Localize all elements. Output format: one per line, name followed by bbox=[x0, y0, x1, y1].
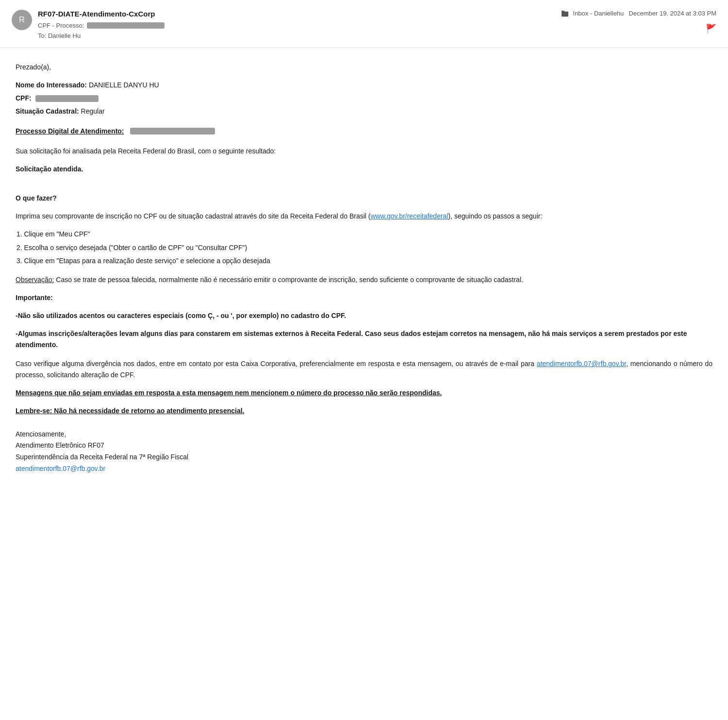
inbox-meta: Inbox - Daniellehu December 19, 2024 at … bbox=[562, 9, 716, 18]
observacao-label: Observação: bbox=[16, 276, 54, 284]
sender-name: RF07-DIATE-Atendimento-CxCorp bbox=[38, 9, 165, 20]
cpf-line: CPF: bbox=[16, 93, 712, 104]
step-2: 2. Escolha o serviço desejada ("Obter o … bbox=[17, 242, 712, 253]
sig-email-link[interactable]: atendimentorfb.07@rfb.gov.br bbox=[16, 465, 105, 472]
observacao-text: Caso se trate de pessoa falecida, normal… bbox=[56, 276, 523, 284]
sig-line-1: Atenciosamente, bbox=[16, 429, 712, 440]
salutation: Prezado(a), bbox=[16, 62, 712, 73]
lembre-text: Lembre-se: Não há necessidade de retorno… bbox=[16, 405, 712, 417]
nome-label: Nome do Interessado: bbox=[16, 81, 87, 89]
sender-info: RF07-DIATE-Atendimento-CxCorp CPF - Proc… bbox=[38, 9, 165, 41]
o-que-fazer-header: O que fazer? bbox=[16, 193, 712, 204]
contact-email-link[interactable]: atendimentorfb.07@rfb.gov.br bbox=[537, 360, 626, 368]
to-line: To: Danielle Hu bbox=[38, 31, 165, 41]
email-header-left: R RF07-DIATE-Atendimento-CxCorp CPF - Pr… bbox=[12, 9, 165, 41]
situacao-label: Situação Cadastral: bbox=[16, 107, 79, 115]
inbox-label: Inbox - Daniellehu bbox=[573, 9, 624, 18]
o-que-fazer-intro: Imprima seu comprovante de inscrição no … bbox=[16, 211, 712, 222]
processo-line: Processo Digital de Atendimento: bbox=[16, 126, 712, 137]
importante-section: Importante: -Não são utilizados acentos … bbox=[16, 292, 712, 351]
folder-icon bbox=[562, 10, 568, 17]
warning-block: Mensagens que não sejam enviadas em resp… bbox=[16, 387, 712, 399]
sig-line-3: Superintendência da Receita Federal na 7… bbox=[16, 452, 712, 463]
info-block: Nome do Interessado: DANIELLE DANYU HU C… bbox=[16, 80, 712, 117]
importante-header: Importante: bbox=[16, 292, 712, 303]
redacted-cpf-header bbox=[87, 22, 165, 29]
date-label: December 19, 2024 at 3:03 PM bbox=[629, 9, 716, 18]
redacted-processo bbox=[130, 128, 215, 134]
recipient-name: Danielle Hu bbox=[48, 32, 81, 39]
email-header-right: Inbox - Daniellehu December 19, 2024 at … bbox=[562, 9, 716, 35]
step-1: 1. Clique em "Meu CPF" bbox=[17, 229, 712, 240]
situacao-value: Regular bbox=[81, 107, 105, 115]
email-body: Prezado(a), Nome do Interessado: DANIELL… bbox=[0, 48, 728, 494]
email-header: R RF07-DIATE-Atendimento-CxCorp CPF - Pr… bbox=[0, 0, 728, 48]
importante-line-2: -Algumas inscrições/alterações levam alg… bbox=[16, 328, 712, 351]
contact-para: Caso verifique alguma divergência nos da… bbox=[16, 358, 712, 381]
nome-value: DANIELLE DANYU HU bbox=[89, 81, 159, 89]
resultado-text: Solicitação atendida. bbox=[16, 164, 712, 175]
avatar: R bbox=[12, 10, 32, 30]
observacao-line: Observação: Caso se trate de pessoa fale… bbox=[16, 274, 712, 285]
situacao-line: Situação Cadastral: Regular bbox=[16, 106, 712, 117]
intro-text: Sua solicitação foi analisada pela Recei… bbox=[16, 146, 712, 157]
email-container: R RF07-DIATE-Atendimento-CxCorp CPF - Pr… bbox=[0, 0, 728, 494]
flag-icon: 🚩 bbox=[706, 22, 716, 35]
nome-line: Nome do Interessado: DANIELLE DANYU HU bbox=[16, 80, 712, 91]
lembre-block: Lembre-se: Não há necessidade de retorno… bbox=[16, 405, 712, 417]
importante-line-1: -Não são utilizados acentos ou caractere… bbox=[16, 310, 712, 321]
cpf-label: CPF: bbox=[16, 94, 32, 102]
sig-line-2: Atendimento Eletrônico RF07 bbox=[16, 440, 712, 452]
signature: Atenciosamente, Atendimento Eletrônico R… bbox=[16, 429, 712, 475]
step-3: 3. Clique em "Etapas para a realização d… bbox=[17, 255, 712, 267]
warning-text: Mensagens que não sejam enviadas em resp… bbox=[16, 389, 442, 397]
redacted-cpf-body bbox=[35, 95, 99, 102]
receita-federal-link[interactable]: www.gov.br/receitafederal bbox=[370, 212, 448, 220]
steps-list: 1. Clique em "Meu CPF" 2. Escolha o serv… bbox=[16, 229, 712, 266]
processo-label: Processo Digital de Atendimento: bbox=[16, 126, 124, 137]
cpf-processo-line: CPF - Processo: bbox=[38, 21, 165, 31]
